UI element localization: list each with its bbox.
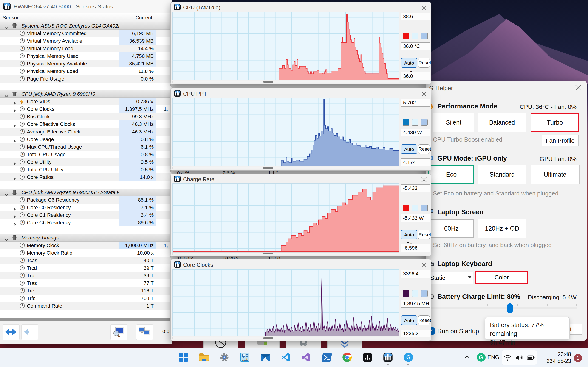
- series-color-swatch[interactable]: [403, 205, 409, 211]
- keyboard-mode-dropdown[interactable]: Static: [427, 272, 473, 284]
- scrollbar-thumb[interactable]: [263, 337, 273, 339]
- series-color-swatch[interactable]: [403, 119, 409, 126]
- taskbar-clock[interactable]: 23:48 23-Feb-23: [547, 351, 571, 365]
- sensor-row[interactable]: Core Ratios14.0 x: [0, 173, 172, 181]
- sensor-row[interactable]: Physical Memory Used4,750 MB: [0, 52, 172, 60]
- sensor-row[interactable]: Virtual Memory Load14.4 %: [0, 45, 172, 52]
- silent-mode-button[interactable]: Silent: [433, 113, 474, 132]
- series-color-swatch[interactable]: [403, 33, 409, 40]
- sensor-row[interactable]: Physical Memory Load11.8 %: [0, 67, 172, 75]
- tray-overflow-chevron[interactable]: [464, 354, 470, 360]
- collapse-chevron-icon[interactable]: [4, 193, 9, 196]
- sensor-row[interactable]: Trcd39 T: [0, 264, 172, 272]
- grid-color-swatch[interactable]: [421, 205, 428, 211]
- sensor-row[interactable]: Physical Memory Available35,421 MB: [0, 60, 172, 67]
- start-button[interactable]: [177, 351, 190, 364]
- sensor-section-row[interactable]: CPU [#0]: AMD Ryzen 9 6900HS: C-State Re…: [0, 189, 172, 196]
- battery-limit-slider-track[interactable]: [428, 307, 578, 309]
- sensor-row[interactable]: Core Clocks1,397.5 MHz1,: [0, 105, 172, 113]
- eco-mode-button[interactable]: Eco: [428, 165, 474, 184]
- sensor-row[interactable]: Trp39 T: [0, 272, 172, 279]
- sensor-row[interactable]: Total CPU Usage0.8 %: [0, 151, 172, 158]
- expand-chevron-icon[interactable]: [13, 177, 16, 181]
- expand-chevron-icon[interactable]: [13, 207, 16, 211]
- chrome-button[interactable]: [341, 351, 353, 364]
- sensor-row[interactable]: Core C6 Residency89.6 %: [0, 219, 172, 226]
- table-splitter[interactable]: [0, 318, 172, 321]
- sensor-row[interactable]: Virtual Memory Committed6,193 MB: [0, 30, 172, 37]
- settings-button[interactable]: [218, 351, 231, 364]
- sensor-section-row[interactable]: System: ASUS ROG Zephyrus G14 GA402RK_..…: [0, 22, 172, 30]
- sensor-row[interactable]: Tcas40 T: [0, 257, 172, 264]
- sensor-section-row[interactable]: Memory Timings: [0, 234, 172, 242]
- sensor-row[interactable]: Memory Clock1,000.0 MHz1,: [0, 242, 172, 249]
- sensor-row[interactable]: Virtual Memory Available36,539 MB: [0, 37, 172, 45]
- mail-button[interactable]: [259, 351, 271, 364]
- notification-badge[interactable]: 1: [574, 354, 582, 362]
- powershell-button[interactable]: [320, 351, 333, 364]
- auto-fit-button[interactable]: Auto Fit: [401, 230, 417, 240]
- sensor-row[interactable]: Core Utility0.5 %: [0, 158, 172, 166]
- graph-scrollbar[interactable]: [173, 252, 399, 255]
- sensor-row[interactable]: Memory Clock Ratio10.00 x: [0, 249, 172, 257]
- sensor-row[interactable]: Core VIDs0.786 V: [0, 98, 172, 105]
- grid-color-swatch[interactable]: [421, 119, 428, 126]
- ghelper-taskbar-button[interactable]: G: [402, 351, 415, 364]
- column-header-current[interactable]: Current: [119, 15, 154, 22]
- sensor-row[interactable]: Tras77 T: [0, 279, 172, 287]
- hwinfo-titlebar[interactable]: HWiNFO64 v7.40-5000 - Sensors Status: [0, 0, 172, 13]
- sensor-row[interactable]: Total CPU Utility0.5 %: [0, 166, 172, 173]
- graph-scrollbar[interactable]: [173, 167, 399, 169]
- 60hz-button[interactable]: 60Hz: [428, 219, 474, 238]
- expand-chevron-icon[interactable]: [13, 215, 16, 219]
- sensor-row[interactable]: Page File Usage0.0 %: [0, 75, 172, 83]
- graph-scrollbar[interactable]: [173, 81, 399, 83]
- hwinfo-taskbar-button[interactable]: [382, 351, 394, 364]
- expand-chevron-icon[interactable]: [13, 124, 16, 128]
- sensor-row[interactable]: Core C1 Residency3.4 %: [0, 211, 172, 219]
- reset-button[interactable]: Reset: [418, 144, 430, 154]
- language-indicator[interactable]: ENG: [487, 354, 499, 360]
- sensor-section-row[interactable]: CPU [#0]: AMD Ryzen 9 6900HS: [0, 90, 172, 98]
- series-color-swatch[interactable]: [403, 290, 409, 297]
- scrollbar-thumb[interactable]: [263, 167, 273, 169]
- hwinfo-summary-button[interactable]: [239, 351, 251, 364]
- background-color-swatch[interactable]: [412, 205, 418, 211]
- remote-monitor-button[interactable]: [136, 324, 153, 340]
- expand-chevron-icon[interactable]: [13, 162, 16, 166]
- column-header-sensor[interactable]: Sensor: [2, 15, 19, 21]
- balanced-mode-button[interactable]: Balanced: [478, 113, 527, 132]
- sensor-row[interactable]: Bus Clock99.8 MHz: [0, 113, 172, 120]
- ultimate-mode-button[interactable]: Ultimate: [531, 165, 579, 184]
- expand-chevron-icon[interactable]: [13, 101, 16, 105]
- expand-chevron-icon[interactable]: [13, 139, 16, 143]
- screen-capture-button[interactable]: [111, 324, 128, 340]
- collapse-chevron-icon[interactable]: [4, 95, 9, 98]
- sensor-row[interactable]: Core C0 Residency7.1 %: [0, 204, 172, 211]
- background-color-swatch[interactable]: [412, 119, 418, 126]
- 120hz-od-button[interactable]: 120Hz + OD: [478, 219, 527, 238]
- system-tray-group[interactable]: [502, 350, 537, 365]
- whiteboard-app-button[interactable]: [361, 351, 374, 364]
- sensor-row[interactable]: Trc116 T: [0, 287, 172, 294]
- grid-color-swatch[interactable]: [421, 290, 428, 297]
- reset-button[interactable]: Reset: [418, 315, 430, 325]
- scrollbar-thumb[interactable]: [263, 253, 273, 254]
- sensor-row[interactable]: Max CPU/Thread Usage6.1 %: [0, 143, 172, 151]
- sensor-row[interactable]: Core Usage0.8 %: [0, 135, 172, 143]
- sensor-row[interactable]: Trfc708 T: [0, 294, 172, 302]
- sensor-row[interactable]: Command Rate1 T: [0, 302, 172, 310]
- visual-studio-button[interactable]: [300, 351, 312, 364]
- fan-profile-button[interactable]: Fan Profile: [542, 135, 579, 146]
- standard-mode-button[interactable]: Standard: [478, 165, 527, 184]
- reset-button[interactable]: Reset: [418, 58, 430, 68]
- auto-fit-button[interactable]: Auto Fit: [401, 58, 417, 68]
- expand-chevron-icon[interactable]: [13, 109, 16, 113]
- file-explorer-button[interactable]: [198, 351, 210, 364]
- auto-fit-button[interactable]: Auto Fit: [401, 315, 417, 325]
- graph-scrollbar[interactable]: [173, 337, 399, 340]
- expand-chevron-icon[interactable]: [13, 223, 16, 226]
- sensor-row[interactable]: Core Effective Clocks46.3 MHz: [0, 120, 172, 128]
- collapse-columns-button[interactable]: [21, 324, 38, 340]
- background-color-swatch[interactable]: [412, 290, 418, 297]
